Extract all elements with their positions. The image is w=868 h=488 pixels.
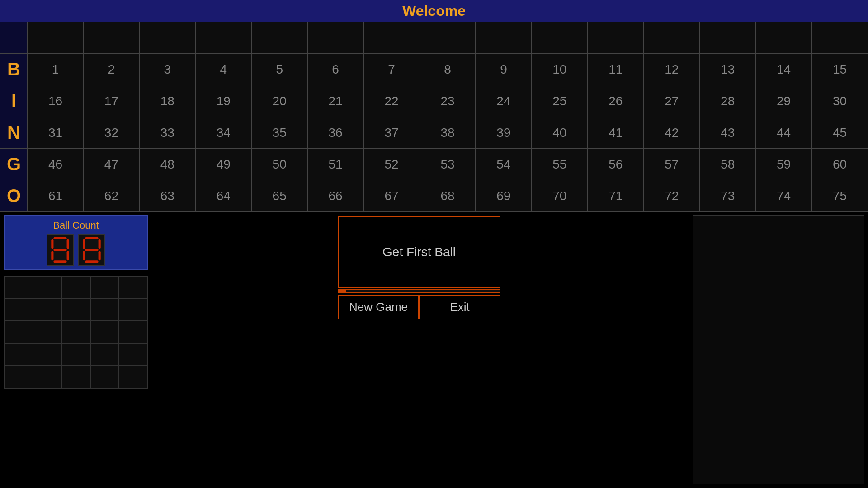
bingo-cell-68[interactable]: 68 bbox=[420, 180, 476, 212]
bingo-cell-62[interactable]: 62 bbox=[84, 180, 140, 212]
bingo-cell-5[interactable]: 5 bbox=[252, 54, 308, 85]
bingo-cell-34[interactable]: 34 bbox=[196, 117, 252, 149]
bingo-cell-56[interactable]: 56 bbox=[588, 149, 644, 180]
card-cell-2 bbox=[61, 276, 90, 299]
bingo-cell-37[interactable]: 37 bbox=[364, 117, 420, 149]
bingo-cell-22[interactable]: 22 bbox=[364, 85, 420, 117]
bingo-cell-49[interactable]: 49 bbox=[196, 149, 252, 180]
bingo-cell-20[interactable]: 20 bbox=[252, 85, 308, 117]
bingo-cell-10[interactable]: 10 bbox=[532, 54, 588, 85]
svg-rect-3 bbox=[53, 249, 66, 251]
bingo-cell-16[interactable]: 16 bbox=[28, 85, 84, 117]
card-cell-0 bbox=[4, 276, 33, 299]
bingo-cell-23[interactable]: 23 bbox=[420, 85, 476, 117]
progress-bar bbox=[338, 289, 500, 293]
bingo-cell-64[interactable]: 64 bbox=[196, 180, 252, 212]
bingo-cell-39[interactable]: 39 bbox=[476, 117, 532, 149]
exit-button[interactable]: Exit bbox=[419, 295, 500, 319]
bingo-cell-48[interactable]: 48 bbox=[140, 149, 196, 180]
new-game-button[interactable]: New Game bbox=[338, 295, 419, 319]
bingo-cell-2[interactable]: 2 bbox=[84, 54, 140, 85]
bingo-cell-17[interactable]: 17 bbox=[84, 85, 140, 117]
bingo-cell-53[interactable]: 53 bbox=[420, 149, 476, 180]
bingo-cell-71[interactable]: 71 bbox=[588, 180, 644, 212]
bingo-cell-31[interactable]: 31 bbox=[28, 117, 84, 149]
bingo-cell-70[interactable]: 70 bbox=[532, 180, 588, 212]
bingo-cell-12[interactable]: 12 bbox=[644, 54, 700, 85]
bingo-cell-25[interactable]: 25 bbox=[532, 85, 588, 117]
bingo-cell-13[interactable]: 13 bbox=[700, 54, 756, 85]
bingo-cell-26[interactable]: 26 bbox=[588, 85, 644, 117]
bingo-cell-47[interactable]: 47 bbox=[84, 149, 140, 180]
bingo-letter-I: I bbox=[0, 85, 28, 117]
bingo-cell-19[interactable]: 19 bbox=[196, 85, 252, 117]
bingo-cell-14[interactable]: 14 bbox=[756, 54, 812, 85]
card-cell-4 bbox=[119, 276, 148, 299]
bingo-cell-57[interactable]: 57 bbox=[644, 149, 700, 180]
get-first-ball-button[interactable]: Get First Ball bbox=[338, 216, 500, 288]
bingo-cell-50[interactable]: 50 bbox=[252, 149, 308, 180]
bingo-cell-43[interactable]: 43 bbox=[700, 117, 756, 149]
bingo-cell-6[interactable]: 6 bbox=[308, 54, 364, 85]
page-title: Welcome bbox=[402, 3, 466, 19]
bingo-cell-63[interactable]: 63 bbox=[140, 180, 196, 212]
bingo-cell-52[interactable]: 52 bbox=[364, 149, 420, 180]
bingo-cell-33[interactable]: 33 bbox=[140, 117, 196, 149]
bingo-cell-65[interactable]: 65 bbox=[252, 180, 308, 212]
bingo-cell-45[interactable]: 45 bbox=[812, 117, 868, 149]
bingo-letter-G: G bbox=[0, 149, 28, 180]
svg-rect-8 bbox=[83, 239, 85, 249]
bingo-cell-75[interactable]: 75 bbox=[812, 180, 868, 212]
svg-rect-6 bbox=[53, 260, 66, 263]
bingo-letter-B: B bbox=[0, 54, 28, 85]
bingo-cell-4[interactable]: 4 bbox=[196, 54, 252, 85]
bingo-cell-9[interactable]: 9 bbox=[476, 54, 532, 85]
bingo-cell-29[interactable]: 29 bbox=[756, 85, 812, 117]
digit-ones bbox=[78, 234, 105, 266]
bingo-cell-3[interactable]: 3 bbox=[140, 54, 196, 85]
bingo-cell-32[interactable]: 32 bbox=[84, 117, 140, 149]
bingo-cell-61[interactable]: 61 bbox=[28, 180, 84, 212]
card-cell-19 bbox=[119, 343, 148, 366]
right-panel bbox=[693, 215, 864, 484]
bingo-cell-42[interactable]: 42 bbox=[644, 117, 700, 149]
bingo-cell-1[interactable]: 1 bbox=[28, 54, 84, 85]
bingo-cell-21[interactable]: 21 bbox=[308, 85, 364, 117]
bingo-cell-27[interactable]: 27 bbox=[644, 85, 700, 117]
bingo-cell-41[interactable]: 41 bbox=[588, 117, 644, 149]
bingo-cell-54[interactable]: 54 bbox=[476, 149, 532, 180]
bingo-cell-11[interactable]: 11 bbox=[588, 54, 644, 85]
card-cell-10 bbox=[4, 321, 33, 343]
bingo-cell-40[interactable]: 40 bbox=[532, 117, 588, 149]
action-buttons: New Game Exit bbox=[338, 295, 500, 319]
bingo-cell-69[interactable]: 69 bbox=[476, 180, 532, 212]
bingo-cell-51[interactable]: 51 bbox=[308, 149, 364, 180]
bingo-cell-38[interactable]: 38 bbox=[420, 117, 476, 149]
ball-count-box: Ball Count bbox=[4, 215, 148, 270]
bingo-cell-74[interactable]: 74 bbox=[756, 180, 812, 212]
bingo-cell-15[interactable]: 15 bbox=[812, 54, 868, 85]
card-cell-17 bbox=[61, 343, 90, 366]
bingo-cell-73[interactable]: 73 bbox=[700, 180, 756, 212]
bingo-cell-7[interactable]: 7 bbox=[364, 54, 420, 85]
bingo-cell-35[interactable]: 35 bbox=[252, 117, 308, 149]
bingo-cell-58[interactable]: 58 bbox=[700, 149, 756, 180]
bingo-cell-8[interactable]: 8 bbox=[420, 54, 476, 85]
bingo-cell-28[interactable]: 28 bbox=[700, 85, 756, 117]
bingo-cell-72[interactable]: 72 bbox=[644, 180, 700, 212]
card-cell-16 bbox=[33, 343, 62, 366]
bingo-cell-30[interactable]: 30 bbox=[812, 85, 868, 117]
card-cell-11 bbox=[33, 321, 62, 343]
bingo-cell-18[interactable]: 18 bbox=[140, 85, 196, 117]
bingo-header-12 bbox=[644, 22, 700, 54]
bingo-cell-46[interactable]: 46 bbox=[28, 149, 84, 180]
bingo-cell-66[interactable]: 66 bbox=[308, 180, 364, 212]
bingo-cell-55[interactable]: 55 bbox=[532, 149, 588, 180]
bingo-cell-67[interactable]: 67 bbox=[364, 180, 420, 212]
bingo-cell-60[interactable]: 60 bbox=[812, 149, 868, 180]
bingo-cell-59[interactable]: 59 bbox=[756, 149, 812, 180]
bingo-header-7 bbox=[364, 22, 420, 54]
bingo-cell-24[interactable]: 24 bbox=[476, 85, 532, 117]
bingo-cell-44[interactable]: 44 bbox=[756, 117, 812, 149]
bingo-cell-36[interactable]: 36 bbox=[308, 117, 364, 149]
